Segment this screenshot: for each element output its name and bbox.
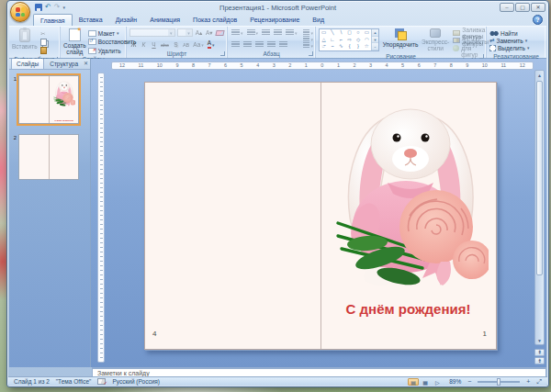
shrink-font-button[interactable]: А▾	[205, 28, 213, 37]
tab-view[interactable]: Вид	[306, 14, 331, 26]
bullets-button[interactable]: ▾	[231, 28, 244, 37]
shape-icon[interactable]: ⌐	[340, 38, 343, 43]
shape-icon[interactable]: {	[349, 44, 351, 50]
bold-button[interactable]: Ж	[129, 40, 138, 49]
slide-sorter-button[interactable]: ▦	[420, 378, 431, 386]
shape-icon[interactable]: ☞	[321, 44, 326, 50]
shape-icon[interactable]: ~	[331, 44, 333, 50]
quick-styles-button[interactable]: Экспресс-стили	[422, 28, 449, 52]
pane-tab-outline[interactable]: Структура	[45, 59, 83, 69]
vertical-scrollbar[interactable]: ▲ ▼	[534, 70, 545, 345]
shape-icon[interactable]: ⇨	[347, 38, 352, 43]
theme-name[interactable]: "Тема Office"	[56, 378, 92, 385]
character-spacing-button[interactable]: АВ	[182, 40, 190, 49]
select-button[interactable]: Выделить▾	[489, 44, 544, 51]
align-text-button[interactable]: ▾	[303, 36, 313, 42]
tab-animation[interactable]: Анимация	[143, 14, 186, 26]
shape-icon[interactable]: ◻	[347, 30, 352, 36]
align-center-button[interactable]	[242, 40, 253, 49]
font-size-select[interactable]: ▾	[177, 28, 193, 37]
title-bar[interactable]: ↶ ↷ ▾ Презентация1 - Microsoft PowerPoin…	[7, 1, 548, 14]
copy-button[interactable]	[39, 38, 48, 46]
increase-indent-button[interactable]	[273, 28, 283, 37]
scroll-up-icon[interactable]: ▲	[535, 71, 544, 79]
h-ruler-numbers: 1211109876543210123456789101112	[119, 63, 525, 69]
shape-icon[interactable]: △	[322, 38, 326, 43]
office-button[interactable]	[10, 2, 30, 22]
next-slide-button[interactable]: ⇟	[534, 357, 545, 364]
shape-icon[interactable]: ▭	[321, 30, 326, 36]
slide-thumbnail-2[interactable]: 2	[11, 134, 79, 180]
arrange-button[interactable]: Упорядочить	[383, 28, 418, 52]
convert-smartart-button[interactable]: ▾	[303, 42, 313, 49]
shape-icon[interactable]: ◠	[365, 38, 369, 43]
text-direction-button[interactable]: ▾	[303, 29, 313, 36]
greeting-text[interactable]: С днём рождения!	[320, 301, 496, 317]
text-shadow-button[interactable]: S	[172, 40, 180, 49]
format-painter-button[interactable]	[39, 46, 48, 54]
scrollbar-thumb[interactable]	[536, 81, 543, 275]
shape-icon[interactable]: ╲	[331, 30, 333, 36]
shape-icon[interactable]: ○	[356, 30, 359, 36]
slide-canvas[interactable]: С днём рождения! 4 1	[144, 82, 497, 350]
tab-design[interactable]: Дизайн	[109, 14, 144, 26]
font-dialog-launcher[interactable]	[220, 51, 225, 56]
tab-home[interactable]: Главная	[33, 14, 73, 26]
tab-slideshow[interactable]: Показ слайдов	[186, 14, 243, 26]
minimize-button[interactable]: –	[500, 3, 514, 12]
arrange-icon	[398, 31, 407, 40]
shape-icon[interactable]: ∖	[340, 30, 343, 36]
change-case-button[interactable]: Аа▾	[192, 40, 205, 49]
font-name-select[interactable]: ▾	[129, 28, 175, 37]
pane-close-icon[interactable]: ✕	[84, 59, 88, 69]
maximize-button[interactable]: ▢	[515, 3, 530, 12]
tab-insert[interactable]: Вставка	[73, 14, 109, 26]
bunny-image[interactable]	[332, 87, 489, 289]
spellcheck-icon[interactable]	[97, 378, 106, 385]
previous-slide-button[interactable]: ⇞	[534, 349, 545, 356]
zoom-out-button[interactable]: −	[467, 378, 471, 385]
shape-icon[interactable]: ☆	[365, 44, 369, 50]
cut-button[interactable]: ✂	[39, 29, 48, 38]
shape-icon[interactable]: }	[357, 44, 359, 50]
columns-icon	[279, 41, 287, 48]
zoom-level[interactable]: 89%	[449, 378, 461, 385]
paste-icon	[19, 28, 30, 42]
paragraph-dialog-launcher[interactable]	[309, 51, 313, 56]
pane-tab-slides[interactable]: Слайды	[11, 59, 44, 69]
shape-icon[interactable]: ▭	[365, 30, 369, 36]
decrease-indent-button[interactable]	[261, 28, 271, 37]
justify-button[interactable]	[266, 40, 276, 49]
align-right-button[interactable]	[254, 40, 264, 49]
slideshow-button[interactable]: ▷	[432, 378, 443, 386]
scroll-down-icon[interactable]: ▼	[535, 336, 544, 344]
language-indicator[interactable]: Русский (Россия)	[112, 378, 160, 385]
shape-icon[interactable]: ∿	[339, 44, 343, 50]
line-spacing-button[interactable]: ▾	[285, 28, 298, 37]
new-slide-button[interactable]: Создать слайд	[63, 28, 86, 55]
zoom-in-button[interactable]: +	[526, 378, 530, 385]
help-button[interactable]: ?	[533, 15, 543, 25]
italic-button[interactable]: К	[140, 40, 148, 49]
numbering-button[interactable]: ▾	[246, 28, 260, 37]
shapes-gallery-scroll[interactable]: ▲▼⌄	[371, 29, 378, 50]
align-left-button[interactable]	[231, 40, 241, 49]
close-button[interactable]: ✕	[531, 3, 545, 12]
fit-to-window-button[interactable]: ⤢	[536, 378, 542, 385]
grow-font-button[interactable]: А▴	[195, 28, 203, 37]
tab-review[interactable]: Рецензирование	[243, 14, 306, 26]
normal-view-button[interactable]: ▤	[408, 378, 419, 386]
shape-icon[interactable]: ∟	[330, 38, 334, 43]
replace-button[interactable]: ⇄Заменить▾	[489, 37, 544, 44]
font-color-button[interactable]: А▾	[207, 40, 216, 49]
zoom-slider-thumb[interactable]	[497, 378, 500, 386]
paste-button[interactable]: Вставить	[12, 28, 38, 55]
slide-thumbnail-1[interactable]: 1 С днём рождения!	[11, 75, 79, 124]
find-button[interactable]: Найти	[489, 29, 544, 37]
clear-formatting-button[interactable]	[215, 28, 225, 37]
zoom-slider[interactable]	[478, 381, 520, 383]
strikethrough-button[interactable]: abc	[160, 40, 170, 49]
underline-button[interactable]: Ч	[150, 40, 158, 49]
shape-icon[interactable]: ◇	[356, 38, 360, 43]
columns-button[interactable]	[278, 40, 288, 49]
